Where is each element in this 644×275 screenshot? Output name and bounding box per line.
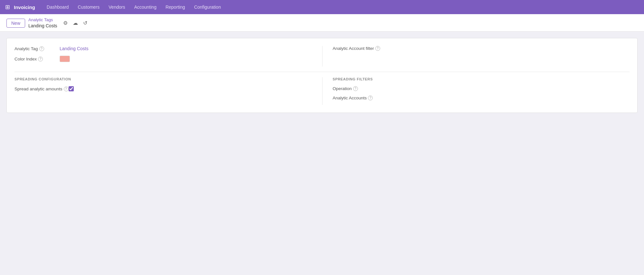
toolbar: New Analytic Tags Landing Costs ⚙ ☁ ↺ bbox=[0, 14, 644, 32]
nav-item-customers[interactable]: Customers bbox=[74, 3, 103, 12]
spreading-filters-column: SPREADING FILTERS Operation ? Analytic A… bbox=[322, 77, 630, 105]
operation-row: Operation ? bbox=[333, 86, 625, 91]
analytic-account-filter-label: Analytic Account filter ? bbox=[333, 46, 380, 51]
operation-label: Operation ? bbox=[333, 86, 378, 91]
apps-icon[interactable]: ⊞ bbox=[5, 4, 10, 11]
form-left-column: Analytic Tag ? Landing Costs Color Index… bbox=[14, 46, 322, 67]
refresh-button[interactable]: ↺ bbox=[82, 19, 89, 27]
spreading-filters-title: SPREADING FILTERS bbox=[333, 77, 625, 81]
spreading-config-column: SPREADING CONFIGURATION Spread analytic … bbox=[14, 77, 322, 105]
form-right-column: Analytic Account filter ? bbox=[322, 46, 630, 67]
breadcrumb-current: Landing Costs bbox=[28, 23, 57, 29]
spread-amounts-help-icon[interactable]: ? bbox=[64, 87, 69, 91]
cloud-upload-button[interactable]: ☁ bbox=[72, 19, 79, 27]
spread-amounts-label: Spread analytic amounts ? bbox=[14, 87, 69, 91]
breadcrumb-parent[interactable]: Analytic Tags bbox=[28, 17, 57, 23]
nav-menu: Dashboard Customers Vendors Accounting R… bbox=[43, 3, 225, 12]
top-navigation: ⊞ Invoicing Dashboard Customers Vendors … bbox=[0, 0, 644, 14]
toolbar-actions: ⚙ ☁ ↺ bbox=[62, 19, 89, 27]
nav-item-configuration[interactable]: Configuration bbox=[190, 3, 225, 12]
spread-amounts-row: Spread analytic amounts ? bbox=[14, 86, 317, 91]
form-top-grid: Analytic Tag ? Landing Costs Color Index… bbox=[14, 46, 630, 67]
spread-amounts-checkbox[interactable] bbox=[69, 86, 74, 91]
analytic-tag-value[interactable]: Landing Costs bbox=[60, 46, 89, 51]
cloud-upload-icon: ☁ bbox=[73, 20, 78, 26]
color-index-label: Color Index ? bbox=[14, 57, 60, 61]
breadcrumb: Analytic Tags Landing Costs bbox=[28, 17, 57, 29]
nav-item-dashboard[interactable]: Dashboard bbox=[43, 3, 73, 12]
form-card: Analytic Tag ? Landing Costs Color Index… bbox=[6, 38, 638, 113]
spreading-config-title: SPREADING CONFIGURATION bbox=[14, 77, 317, 81]
settings-icon-button[interactable]: ⚙ bbox=[62, 19, 69, 27]
analytic-tag-label: Analytic Tag ? bbox=[14, 46, 60, 51]
analytic-accounts-help-icon[interactable]: ? bbox=[368, 96, 373, 100]
spreading-grid: SPREADING CONFIGURATION Spread analytic … bbox=[14, 77, 630, 105]
nav-item-reporting[interactable]: Reporting bbox=[162, 3, 189, 12]
analytic-tag-help-icon[interactable]: ? bbox=[39, 46, 44, 51]
new-button[interactable]: New bbox=[6, 19, 25, 28]
analytic-accounts-row: Analytic Accounts ? bbox=[333, 96, 625, 100]
nav-item-vendors[interactable]: Vendors bbox=[105, 3, 129, 12]
operation-help-icon[interactable]: ? bbox=[353, 86, 358, 91]
nav-item-accounting[interactable]: Accounting bbox=[130, 3, 160, 12]
color-index-row: Color Index ? bbox=[14, 56, 317, 62]
analytic-tag-row: Analytic Tag ? Landing Costs bbox=[14, 46, 317, 51]
main-content: Analytic Tag ? Landing Costs Color Index… bbox=[0, 32, 644, 119]
spreading-section-divider bbox=[14, 72, 630, 72]
analytic-account-filter-row: Analytic Account filter ? bbox=[333, 46, 625, 51]
analytic-accounts-label: Analytic Accounts ? bbox=[333, 96, 378, 100]
color-index-swatch[interactable] bbox=[60, 56, 70, 62]
color-index-help-icon[interactable]: ? bbox=[38, 57, 43, 61]
brand-label: Invoicing bbox=[14, 5, 35, 10]
analytic-account-filter-help-icon[interactable]: ? bbox=[375, 46, 380, 51]
gear-icon: ⚙ bbox=[63, 20, 68, 26]
refresh-icon: ↺ bbox=[83, 20, 87, 26]
